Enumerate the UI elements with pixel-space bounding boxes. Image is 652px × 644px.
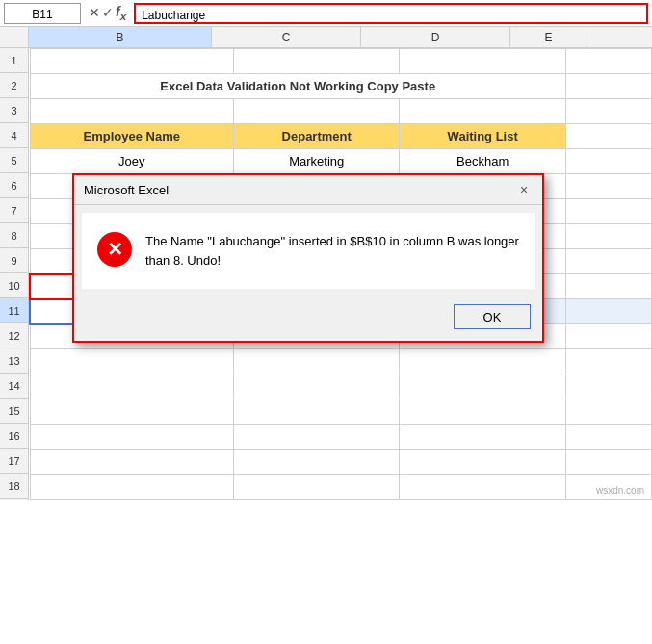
row-num-3[interactable]: 3: [0, 98, 28, 123]
error-icon: ✕: [97, 232, 132, 267]
formula-input[interactable]: Labuchange: [134, 3, 648, 24]
cell-c18[interactable]: [233, 475, 400, 500]
dialog-body: ✕ The Name "Labuchange" inserted in $B$1…: [82, 213, 535, 289]
row-num-6[interactable]: 6: [0, 173, 28, 198]
table-row: [30, 374, 652, 399]
col-header-b[interactable]: B: [29, 27, 212, 47]
table-row: Excel Data Validation Not Working Copy P…: [30, 74, 652, 99]
table-row: Joey Marketing Beckham: [30, 149, 652, 174]
header-waiting: Waiting List: [400, 124, 566, 149]
row-num-13[interactable]: 13: [0, 348, 28, 374]
cell-e3[interactable]: [565, 99, 651, 124]
row-num-7[interactable]: 7: [0, 198, 28, 223]
dialog-title: Microsoft Excel: [84, 183, 169, 197]
table-row: Employee Name Department Waiting List: [30, 124, 652, 149]
row-num-8[interactable]: 8: [0, 223, 28, 248]
cell-e6[interactable]: [565, 174, 651, 199]
cell-d17[interactable]: [400, 450, 566, 475]
cell-e13[interactable]: [565, 349, 651, 374]
header-employee: Employee Name: [30, 124, 233, 149]
ok-button[interactable]: OK: [454, 304, 531, 329]
table-row: [30, 49, 652, 74]
row-num-18[interactable]: 18: [0, 474, 28, 499]
cell-c14[interactable]: [233, 374, 400, 399]
row-num-17[interactable]: 17: [0, 449, 28, 474]
row-num-10[interactable]: 10: [0, 273, 28, 298]
cell-e15[interactable]: [565, 399, 651, 425]
grid-content: Excel Data Validation Not Working Copy P…: [29, 48, 652, 500]
cell-c17[interactable]: [233, 450, 400, 475]
cell-c3[interactable]: [233, 99, 400, 124]
function-icon[interactable]: fx: [116, 4, 126, 22]
cell-b15[interactable]: [30, 399, 233, 425]
row-num-2[interactable]: 2: [0, 73, 28, 98]
cell-c13[interactable]: [233, 349, 400, 374]
cell-d3[interactable]: [400, 99, 566, 124]
cell-e10[interactable]: [565, 274, 651, 299]
formula-bar-icons: ✕ ✓ fx: [85, 4, 130, 22]
cell-d5[interactable]: Beckham: [400, 149, 566, 174]
row-num-4[interactable]: 4: [0, 123, 28, 148]
cancel-icon[interactable]: ✕: [89, 5, 100, 20]
cell-b14[interactable]: [30, 374, 233, 399]
dialog-message: The Name "Labuchange" inserted in $B$10 …: [145, 232, 519, 270]
dialog-footer: OK: [74, 296, 542, 341]
row-num-15[interactable]: 15: [0, 399, 28, 424]
dialog-close-button[interactable]: ×: [515, 181, 533, 198]
row-num-11[interactable]: 11: [0, 298, 28, 323]
cell-c1[interactable]: [233, 49, 400, 74]
cell-d15[interactable]: [400, 399, 566, 425]
cell-e1[interactable]: [565, 49, 651, 74]
table-row: [30, 99, 652, 124]
cell-e11[interactable]: [565, 299, 651, 324]
cell-d1[interactable]: [400, 49, 566, 74]
cell-e5[interactable]: [565, 149, 651, 174]
header-department: Department: [233, 124, 400, 149]
cell-b17[interactable]: [30, 450, 233, 475]
cell-e17[interactable]: [565, 450, 651, 475]
cell-b18[interactable]: [30, 475, 233, 500]
cell-e2[interactable]: [565, 74, 651, 99]
row-num-12[interactable]: 12: [0, 323, 28, 348]
column-headers: B C D E: [0, 27, 652, 48]
error-dialog: Microsoft Excel × ✕ The Name "Labuchange…: [72, 173, 544, 343]
confirm-icon[interactable]: ✓: [102, 5, 114, 20]
table-row: [30, 349, 652, 374]
formula-bar-row: B11 ✕ ✓ fx Labuchange: [0, 0, 652, 27]
table-row: [30, 450, 652, 475]
cell-e14[interactable]: [565, 374, 651, 399]
row-num-9[interactable]: 9: [0, 248, 28, 273]
watermark: wsxdn.com: [596, 485, 644, 496]
col-header-c[interactable]: C: [212, 27, 361, 47]
cell-b3[interactable]: [30, 99, 233, 124]
col-header-a[interactable]: [0, 27, 29, 47]
row-num-16[interactable]: 16: [0, 424, 28, 449]
cell-e7[interactable]: [565, 199, 651, 224]
cell-d16[interactable]: [400, 425, 566, 450]
cell-e8[interactable]: [565, 224, 651, 249]
cell-c15[interactable]: [233, 399, 400, 425]
row-num-5[interactable]: 5: [0, 148, 28, 173]
table-row: [30, 425, 652, 450]
cell-b5[interactable]: Joey: [30, 149, 233, 174]
cell-d18[interactable]: [400, 475, 566, 500]
row-numbers: 1 2 3 4 5 6 7 8 9 10 11 12 13 14 15 16 1…: [0, 48, 29, 500]
cell-d13[interactable]: [400, 349, 566, 374]
cell-e12[interactable]: [565, 324, 651, 349]
cell-c5[interactable]: Marketing: [233, 149, 400, 174]
name-box[interactable]: B11: [4, 3, 81, 24]
table-row: [30, 399, 652, 425]
row-num-1[interactable]: 1: [0, 48, 28, 73]
col-header-e[interactable]: E: [510, 27, 587, 47]
cell-e4[interactable]: [565, 124, 651, 149]
cell-e9[interactable]: [565, 249, 651, 274]
cell-b13[interactable]: [30, 349, 233, 374]
cell-c16[interactable]: [233, 425, 400, 450]
title-cell: Excel Data Validation Not Working Copy P…: [30, 74, 565, 99]
cell-b16[interactable]: [30, 425, 233, 450]
cell-e16[interactable]: [565, 425, 651, 450]
cell-d14[interactable]: [400, 374, 566, 399]
col-header-d[interactable]: D: [361, 27, 510, 47]
row-num-14[interactable]: 14: [0, 374, 28, 399]
cell-b1[interactable]: [30, 49, 233, 74]
